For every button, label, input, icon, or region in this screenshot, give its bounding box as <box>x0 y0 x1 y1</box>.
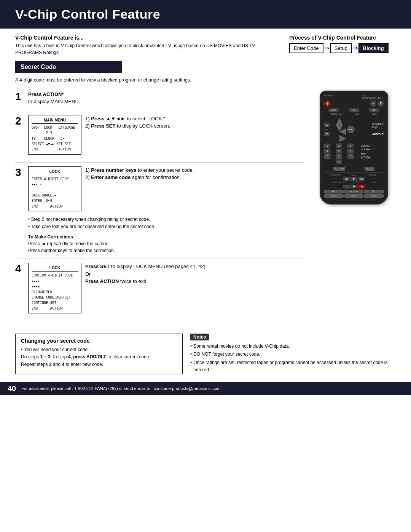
n-b1: •Some rental movies do not include V-Chi… <box>190 343 396 350</box>
select-label: SELECT <box>361 144 370 147</box>
numpad: 1 2 3 4 5 6 7 8 9 0 <box>324 144 358 164</box>
vcr-btn[interactable]: VCR <box>349 109 359 112</box>
arrow1: ⇒ <box>324 45 329 52</box>
steps-column: 1 Press ACTION* to display MAIN MENU. 2 … <box>15 91 304 321</box>
remote-control: POWER EJECTOPEN/CLOSE LIGHT ⏻ ⏏ 💡 DVD VC… <box>320 91 388 204</box>
dpad-right[interactable] <box>339 135 346 142</box>
sc-b3: Repeat steps 3 and 4 to enter new code. <box>21 361 177 368</box>
step-2-screen-title: MAIN MENU <box>32 117 78 124</box>
s4-i2: Or <box>85 270 207 278</box>
prog-btn[interactable]: PROG <box>365 167 374 171</box>
eject-btn[interactable]: ⏏ <box>370 101 376 107</box>
still-btn[interactable]: ⏸ <box>343 185 350 189</box>
shift-btn[interactable]: SHIFT <box>324 190 344 193</box>
remote-antenna-label: ANTENNA <box>331 113 342 115</box>
rec2-btn[interactable]: REC <box>364 190 384 193</box>
ff-btn[interactable]: ⏭ <box>358 177 365 181</box>
n-b2: •DO NOT forget your secret code. <box>190 351 396 358</box>
number-keys-label: NUMBER <box>372 123 384 126</box>
add-dlt-label: ADD/DLT <box>372 133 384 136</box>
num-8[interactable]: 8 <box>336 154 342 159</box>
remote-power-label: POWER <box>324 94 333 99</box>
secret-change-body: •You will need your current code. Do ste… <box>21 346 177 368</box>
transport-row2: ⏸ ⏹ ⏺ <box>324 185 384 189</box>
step-1-instruction: Press ACTION* to display MAIN MENU. <box>28 91 304 105</box>
3rec-btn[interactable]: 3REC <box>364 194 384 198</box>
num-4[interactable]: 4 <box>324 149 330 153</box>
secret-code-heading: Secret Code <box>15 61 122 73</box>
sc-b2: Do steps 1 ~ 3. In step 4, press ADD/DLT… <box>21 353 177 361</box>
open-close-btn[interactable]: 💡 <box>378 101 384 107</box>
back-btn[interactable]: BACK <box>324 194 344 198</box>
remote-eject-label: EJECTOPEN/CLOSE LIGHT <box>362 94 384 99</box>
power-btn[interactable]: ⏻ <box>324 101 330 107</box>
num-5[interactable]: 5 <box>336 149 342 153</box>
step-2-screen: MAIN MENU DVD LOCK LANGUAGE 2-3 TV CLOCK… <box>28 115 81 155</box>
ch-up-btn[interactable]: ▲ <box>324 123 330 127</box>
s4-l7: END :ACTION <box>32 306 78 311</box>
remote-right-labels: NUMBER keys ADD/DLT <box>372 123 384 136</box>
step-1-heading: Press ACTION* <box>28 91 64 97</box>
s2-i1: 1) Press ▲▼◄► to select "LOCK." <box>85 115 170 123</box>
s4-i1: Press SET to display LOCK MENU (see page… <box>85 263 207 270</box>
aux-btn[interactable]: AUX <box>369 109 379 112</box>
rec-btn[interactable]: ⏺ <box>358 185 365 189</box>
s3-l2: ★★- - <box>32 182 78 187</box>
set-label: SET <box>361 153 366 155</box>
s4-i3: Press ACTION twice to exit. <box>85 278 207 285</box>
stop-btn[interactable]: ⏹ <box>350 185 357 189</box>
step-4-screen-title: LOCK <box>32 265 78 272</box>
step-1-number: 1 <box>15 91 24 102</box>
dpad-center[interactable]: OK <box>347 126 355 133</box>
step-2: 2 MAIN MENU DVD LOCK LANGUAGE 2-3 TV CLO… <box>15 115 304 157</box>
t-stop-label: STOP <box>354 181 360 184</box>
s4-l1: CONFIRM 4-DIGIT CODE <box>32 273 78 278</box>
rew-btn[interactable]: ⏮ <box>343 177 350 181</box>
corrections-box: To Make Corrections Press ◄ repeatedly t… <box>28 233 304 254</box>
step-4: 4 LOCK CONFIRM 4-DIGIT CODE ★★★★ ★★★★ RE… <box>15 263 304 316</box>
divider-3 <box>15 259 304 259</box>
step-4-number: 4 <box>15 264 24 274</box>
num-6[interactable]: 6 <box>347 149 354 153</box>
num-9[interactable]: 9 <box>347 154 354 159</box>
t-rec-label: REC <box>373 181 377 184</box>
ok2-btn[interactable]: OK/NO <box>344 194 364 198</box>
s3-l1: ENTER 4-DIGIT CODE <box>32 176 78 182</box>
num-1[interactable]: 1 <box>324 144 330 148</box>
dpad-up[interactable] <box>336 118 343 125</box>
corrections-line1: Press ◄ repeatedly to move the cursor. <box>28 240 304 247</box>
num-3[interactable]: 3 <box>347 144 354 148</box>
s2-l1: DVD LOCK LANGUAGE <box>32 125 78 130</box>
num-0[interactable]: 0 <box>336 160 342 164</box>
play-btn[interactable]: ▶ <box>350 177 357 181</box>
remote-2-10-label: 2-10 <box>355 113 359 115</box>
transport-section: REVISION PLAY FF/SLOW R ⏮ ▶ ⏭ STILLSLW S… <box>324 172 384 189</box>
process-heading: Process of V-Chip Control Feature <box>289 35 396 41</box>
return-btn[interactable]: RETURN <box>344 190 364 193</box>
step-1-body-text: to display MAIN MENU. <box>28 99 80 104</box>
t-ff-label: FF/SLOW R <box>367 174 378 176</box>
step-1-body: Press ACTION* to display MAIN MENU. <box>28 91 304 105</box>
vol-label: VOL <box>324 128 330 131</box>
step-2-instruction: 1) Press ▲▼◄► to select "LOCK." 2) Press… <box>85 115 170 130</box>
dvd-btn[interactable]: DVD <box>328 109 339 112</box>
s3-l6: END :ACTION <box>32 204 78 209</box>
num-7[interactable]: 7 <box>324 154 330 159</box>
step-2-number: 2 <box>15 116 24 126</box>
vchip-intro: V-Chip Control Feature is... This unit h… <box>15 35 274 56</box>
step-3-inline: LOCK ENTER 4-DIGIT CODE ★★- - BACK SPACE… <box>28 166 304 214</box>
footer-text: For assistance, please call : 1-800-211-… <box>21 386 220 391</box>
step-3-bullets: • Step 2 not necessary when changing rat… <box>28 216 304 230</box>
ch-down-btn[interactable]: ▼ <box>324 132 330 136</box>
sc-b1: •You will need your current code. <box>21 346 177 353</box>
arrow2: ⇒ <box>353 45 358 52</box>
transport-row: ⏮ ▶ ⏭ <box>324 177 384 181</box>
s3-i2: 2) Enter same code again for confirmatio… <box>85 174 194 181</box>
s2-l3: TV CLOCK CH <box>32 136 78 141</box>
page-title: V-Chip Control Feature <box>15 7 396 22</box>
num-2[interactable]: 2 <box>336 144 342 148</box>
action-btn[interactable]: ACTION <box>333 167 345 171</box>
t-still-label: STILLSLW <box>331 181 341 184</box>
step-4-screen: LOCK CONFIRM 4-DIGIT CODE ★★★★ ★★★★ RECO… <box>28 263 81 313</box>
action-label: ACTION <box>361 156 370 159</box>
